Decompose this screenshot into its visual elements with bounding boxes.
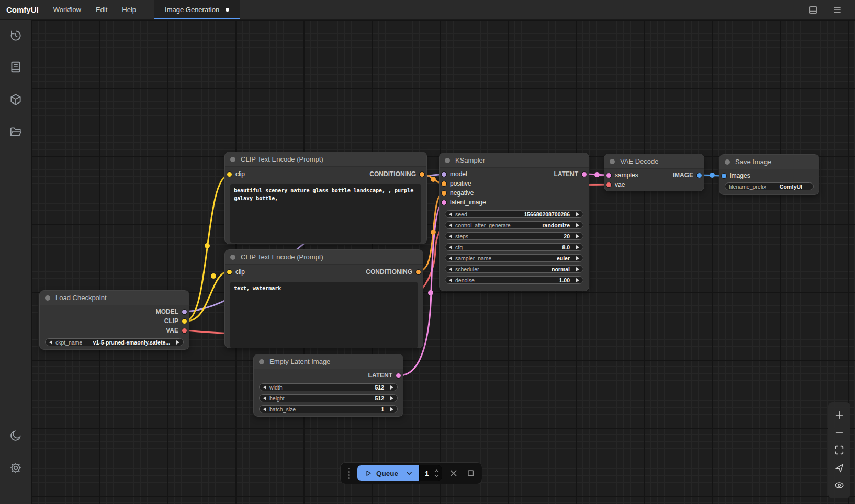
- increment-arrow-icon[interactable]: [390, 396, 393, 400]
- port-positive-input[interactable]: [442, 181, 446, 186]
- theme-toggle-moon-icon[interactable]: [9, 429, 22, 442]
- batch-count-steppers[interactable]: [434, 469, 439, 477]
- collapse-dot-icon[interactable]: [445, 158, 450, 163]
- interrupt-button[interactable]: [448, 468, 459, 478]
- decrement-arrow-icon[interactable]: [49, 340, 52, 345]
- batch-count-input[interactable]: 1: [420, 465, 442, 481]
- decrement-arrow-icon[interactable]: [263, 407, 266, 411]
- widget-denoise[interactable]: denoise 1.00: [445, 276, 583, 284]
- widget-height[interactable]: height 512: [259, 394, 398, 402]
- node-clip-text-encode-positive[interactable]: CLIP Text Encode (Prompt) clip CONDITION…: [225, 152, 426, 244]
- app-logo[interactable]: ComfyUI: [0, 5, 46, 14]
- bottom-panel-toggle-icon[interactable]: [808, 5, 818, 15]
- negative-prompt-textarea[interactable]: text, watermark: [230, 282, 418, 348]
- toggle-link-visibility-button[interactable]: [834, 479, 845, 491]
- node-header[interactable]: Save Image: [719, 155, 819, 169]
- node-library-icon[interactable]: [9, 60, 22, 74]
- port-image-output[interactable]: [697, 173, 702, 178]
- collapse-dot-icon[interactable]: [725, 159, 730, 165]
- queue-bar-drag-handle[interactable]: [347, 467, 351, 480]
- queue-options-chevron-icon[interactable]: [406, 469, 413, 477]
- menu-help[interactable]: Help: [115, 0, 143, 19]
- decrement-arrow-icon[interactable]: [263, 385, 266, 390]
- decrement-arrow-icon[interactable]: [263, 396, 266, 400]
- widget-scheduler[interactable]: scheduler normal: [445, 265, 583, 273]
- positive-prompt-textarea[interactable]: beautiful scenery nature glass bottle la…: [230, 184, 421, 243]
- model-library-icon[interactable]: [9, 93, 22, 106]
- widget-steps[interactable]: steps 20: [445, 232, 583, 240]
- increment-arrow-icon[interactable]: [576, 245, 579, 249]
- collapse-dot-icon[interactable]: [259, 359, 264, 364]
- widget-batch-size[interactable]: batch_size 1: [259, 405, 398, 413]
- widget-control-after-generate[interactable]: control_after_generate randomize: [445, 221, 583, 229]
- port-images-input[interactable]: [722, 174, 726, 178]
- workflow-tab-image-generation[interactable]: Image Generation: [154, 0, 240, 19]
- node-ksampler[interactable]: KSampler model LATENT positive negative: [440, 153, 589, 291]
- node-load-checkpoint[interactable]: Load Checkpoint MODEL CLIP VAE ckpt_na: [40, 291, 189, 349]
- port-clip-input[interactable]: [227, 172, 232, 177]
- port-conditioning-output[interactable]: [420, 172, 424, 177]
- node-header[interactable]: Empty Latent Image: [254, 354, 403, 369]
- increment-arrow-icon[interactable]: [176, 340, 179, 345]
- select-mode-button[interactable]: [834, 462, 845, 474]
- node-empty-latent-image[interactable]: Empty Latent Image LATENT width 512 he: [254, 354, 403, 416]
- widget-width[interactable]: width 512: [259, 383, 398, 391]
- port-vae-output[interactable]: [182, 328, 187, 333]
- increment-arrow-icon[interactable]: [390, 407, 393, 411]
- widget-filename-prefix[interactable]: filename_prefix ComfyUI: [725, 182, 814, 190]
- node-header[interactable]: VAE Decode: [604, 154, 704, 169]
- port-model-output[interactable]: [182, 310, 187, 314]
- increment-arrow-icon[interactable]: [576, 212, 579, 216]
- increment-arrow-icon[interactable]: [576, 267, 579, 271]
- port-clip-output[interactable]: [182, 319, 187, 324]
- port-latent-image-input[interactable]: [442, 200, 446, 205]
- widget-sampler-name[interactable]: sampler_name euler: [445, 254, 583, 262]
- node-clip-text-encode-negative[interactable]: CLIP Text Encode (Prompt) clip CONDITION…: [225, 250, 423, 348]
- port-latent-output[interactable]: [396, 373, 401, 378]
- workflow-history-icon[interactable]: [9, 29, 22, 42]
- decrement-arrow-icon[interactable]: [449, 278, 452, 282]
- settings-gear-icon[interactable]: [9, 461, 22, 475]
- node-header[interactable]: Load Checkpoint: [40, 291, 189, 305]
- decrement-arrow-icon[interactable]: [449, 267, 452, 271]
- widget-ckpt-name[interactable]: ckpt_name v1-5-pruned-emaonly.safete...: [45, 338, 184, 346]
- decrement-arrow-icon[interactable]: [449, 245, 452, 249]
- increment-arrow-icon[interactable]: [390, 385, 393, 390]
- menu-workflow[interactable]: Workflow: [46, 0, 88, 19]
- collapse-dot-icon[interactable]: [45, 295, 50, 301]
- decrement-arrow-icon[interactable]: [449, 234, 452, 238]
- port-latent-output[interactable]: [582, 172, 587, 177]
- port-samples-input[interactable]: [606, 173, 611, 178]
- zoom-out-button[interactable]: [834, 427, 845, 438]
- port-model-input[interactable]: [442, 172, 446, 177]
- clear-queue-button[interactable]: [466, 468, 476, 478]
- collapse-dot-icon[interactable]: [230, 255, 235, 260]
- collapse-dot-icon[interactable]: [230, 157, 235, 162]
- increment-arrow-icon[interactable]: [576, 223, 579, 227]
- port-conditioning-output[interactable]: [416, 270, 421, 274]
- port-negative-input[interactable]: [442, 191, 446, 196]
- fit-view-button[interactable]: [834, 444, 845, 456]
- node-header[interactable]: CLIP Text Encode (Prompt): [225, 152, 426, 167]
- node-save-image[interactable]: Save Image images filename_prefix ComfyU…: [719, 155, 819, 194]
- zoom-in-button[interactable]: [834, 409, 845, 421]
- decrement-arrow-icon[interactable]: [449, 256, 452, 260]
- increment-arrow-icon[interactable]: [576, 234, 579, 238]
- widget-seed[interactable]: seed 156680208700286: [445, 210, 583, 218]
- increment-arrow-icon[interactable]: [576, 256, 579, 260]
- node-header[interactable]: KSampler: [440, 153, 589, 168]
- workflows-folder-icon[interactable]: [9, 125, 22, 139]
- decrement-arrow-icon[interactable]: [449, 212, 452, 216]
- queue-button[interactable]: Queue: [357, 465, 419, 481]
- node-graph-canvas[interactable]: Load Checkpoint MODEL CLIP VAE ckpt_na: [31, 20, 855, 504]
- hamburger-menu-icon[interactable]: [832, 5, 842, 15]
- increment-arrow-icon[interactable]: [576, 278, 579, 282]
- widget-cfg[interactable]: cfg 8.0: [445, 243, 583, 251]
- menu-edit[interactable]: Edit: [88, 0, 115, 19]
- port-vae-input[interactable]: [606, 182, 611, 187]
- decrement-arrow-icon[interactable]: [449, 223, 452, 227]
- collapse-dot-icon[interactable]: [610, 159, 615, 164]
- node-header[interactable]: CLIP Text Encode (Prompt): [225, 250, 423, 265]
- node-vae-decode[interactable]: VAE Decode samples IMAGE vae: [604, 154, 704, 191]
- port-clip-input[interactable]: [227, 270, 232, 274]
